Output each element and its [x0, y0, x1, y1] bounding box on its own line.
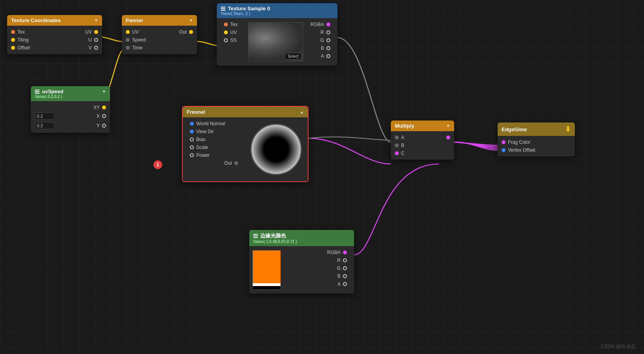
tex-sample-menu-icon[interactable] — [221, 7, 225, 11]
tex-coords-arrow[interactable]: ▼ — [94, 18, 98, 23]
tex-coords-u-pin[interactable] — [94, 38, 98, 42]
uvspeed-xy-label: XY — [93, 105, 100, 110]
uvspeed-arrow[interactable]: ▼ — [102, 89, 106, 94]
tex-sample-rgba-pin[interactable] — [326, 23, 330, 26]
multiply-c-row: C — [391, 149, 454, 157]
uvspeed-menu-icon[interactable] — [35, 90, 40, 94]
tex-coords-tex-label: Tex — [17, 29, 25, 35]
fresnel-bias-label: Bias — [196, 137, 205, 142]
fresnel-out-row: Out — [186, 159, 241, 167]
panner-speed-pin[interactable] — [126, 38, 130, 42]
edge-color-r-row: R — [333, 256, 351, 264]
edgeglow-fragcolor-pin[interactable] — [502, 140, 506, 144]
tex-sample-a-pin[interactable] — [326, 54, 330, 58]
uvspeed-xy-row: XY — [31, 104, 110, 111]
tex-coords-v-pin[interactable] — [94, 46, 98, 50]
fresnel-arrow[interactable]: ▲ — [300, 110, 304, 114]
fresnel-worldnormal-row: World Normal — [186, 120, 241, 128]
uvspeed-title: uvSpeed — [42, 88, 63, 94]
edge-color-g-pin[interactable] — [343, 266, 347, 270]
tex-coords-tex-pin-left[interactable] — [11, 30, 15, 34]
edge-color-rgba-pin[interactable] — [343, 250, 347, 254]
tex-sample-uv-label: UV — [230, 30, 237, 35]
fresnel-header[interactable]: Fresnel ▲ — [183, 107, 308, 117]
tex-sample-tex-pin[interactable] — [224, 23, 228, 26]
tex-coords-tex-row: Tex UV — [7, 28, 102, 36]
edgeglow-node: EdgeGlow ⬇ Frag Color Vertex Offset — [498, 122, 575, 156]
tex-coords-v-label: V — [89, 45, 92, 51]
uvspeed-xy-pin[interactable] — [102, 105, 106, 109]
multiply-b-row: B — [391, 141, 454, 149]
tex-sample-b-pin[interactable] — [326, 46, 330, 50]
uvspeed-x-input[interactable] — [35, 113, 55, 120]
uvspeed-header[interactable]: uvSpeed ▼ Value( 0.2,0.2 ) — [31, 86, 110, 101]
tex-coords-tiling-label: Tiling — [17, 37, 28, 43]
tex-sample-a-label: A — [321, 53, 324, 59]
edgeglow-download-icon[interactable]: ⬇ — [565, 125, 571, 134]
edge-color-title: 边缘光颜色 — [260, 232, 286, 239]
edge-color-rgba-label: RGBA — [327, 250, 341, 255]
panner-out-pin[interactable] — [189, 30, 193, 34]
edge-color-b-row: B — [333, 272, 351, 280]
tex-coords-offset-pin-left[interactable] — [11, 46, 15, 50]
uvspeed-y-pin[interactable] — [102, 124, 106, 128]
multiply-a-pin-left[interactable] — [395, 136, 399, 139]
edgeglow-vertexoffset-label: Vertex Offset — [508, 147, 535, 153]
tex-sample-r-row: R — [316, 28, 334, 36]
uvspeed-y-input[interactable] — [35, 122, 55, 129]
tex-sample-rgba-label: RGBA — [311, 22, 324, 27]
fresnel-viewdir-label: View Dir — [196, 129, 214, 134]
multiply-a-pin-right[interactable] — [446, 136, 450, 139]
uvspeed-node: uvSpeed ▼ Value( 0.2,0.2 ) XY X Y — [31, 86, 110, 133]
panner-uv-pin-left[interactable] — [126, 30, 130, 34]
uvspeed-y-row: Y — [31, 121, 110, 130]
tex-sample-select-btn[interactable]: Select — [285, 53, 301, 60]
fresnel-scale-row: Scale — [186, 143, 241, 151]
fresnel-viewdir-pin[interactable] — [190, 130, 194, 134]
fresnel-bias-pin[interactable] — [190, 137, 194, 141]
multiply-node: Multiply ▼ A B C — [391, 121, 454, 160]
multiply-header[interactable]: Multiply ▼ — [391, 121, 454, 131]
tex-coords-u-label: U — [88, 37, 92, 43]
tex-sample-ss-pin[interactable] — [224, 38, 228, 42]
edge-color-node: 边缘光颜色 Value( 1,0.48,0.07,0.71 ) RGBA R G — [249, 230, 354, 294]
edgeglow-vertexoffset-pin[interactable] — [502, 148, 506, 152]
tex-sample-header[interactable]: Texture Sample 0 Value( Stars_2 ) — [217, 3, 337, 18]
uvspeed-x-label: X — [97, 113, 100, 119]
edgeglow-header[interactable]: EdgeGlow ⬇ — [498, 122, 575, 136]
edge-color-r-pin[interactable] — [343, 258, 347, 262]
tex-coords-tiling-pin-left[interactable] — [11, 38, 15, 42]
uvspeed-x-pin[interactable] — [102, 114, 106, 118]
multiply-c-label: C — [401, 151, 405, 156]
panner-speed-row: Speed — [122, 36, 197, 44]
multiply-b-label: B — [401, 143, 404, 148]
multiply-b-pin[interactable] — [395, 143, 399, 147]
texture-sample-node: Texture Sample 0 Value( Stars_2 ) Tex UV… — [217, 3, 337, 66]
edge-color-header[interactable]: 边缘光颜色 Value( 1,0.48,0.07,0.71 ) — [249, 230, 354, 246]
fresnel-out-pin[interactable] — [234, 161, 238, 165]
panner-header[interactable]: Panner ▼ — [122, 15, 197, 26]
panner-time-pin[interactable] — [126, 46, 130, 50]
multiply-arrow[interactable]: ▼ — [446, 124, 450, 128]
panner-time-label: Time — [132, 45, 142, 51]
tex-sample-g-pin[interactable] — [326, 38, 330, 42]
edge-color-b-pin[interactable] — [343, 274, 347, 278]
uvspeed-x-row: X — [31, 111, 110, 121]
fresnel-power-pin[interactable] — [190, 153, 194, 157]
edge-color-swatch-area — [249, 249, 285, 291]
fresnel-scale-pin[interactable] — [190, 145, 194, 149]
panner-arrow[interactable]: ▼ — [189, 18, 193, 23]
multiply-c-pin[interactable] — [395, 151, 399, 155]
edge-color-subtitle: Value( 1,0.48,0.07,0.71 ) — [253, 239, 297, 244]
tex-sample-b-row: B — [317, 44, 334, 52]
edge-color-a-pin[interactable] — [343, 282, 347, 286]
edge-color-swatch — [252, 250, 281, 290]
tex-sample-title: Texture Sample 0 — [228, 6, 270, 11]
edge-color-menu-icon[interactable] — [253, 234, 258, 238]
edge-color-g-row: G — [333, 264, 351, 272]
tex-sample-r-pin[interactable] — [326, 30, 330, 34]
fresnel-worldnormal-pin[interactable] — [190, 122, 194, 126]
tex-coords-uv-pin[interactable] — [94, 30, 98, 34]
tex-coords-header[interactable]: Texture Coordinates ▼ — [7, 15, 102, 26]
tex-sample-uv-pin[interactable] — [224, 30, 228, 34]
